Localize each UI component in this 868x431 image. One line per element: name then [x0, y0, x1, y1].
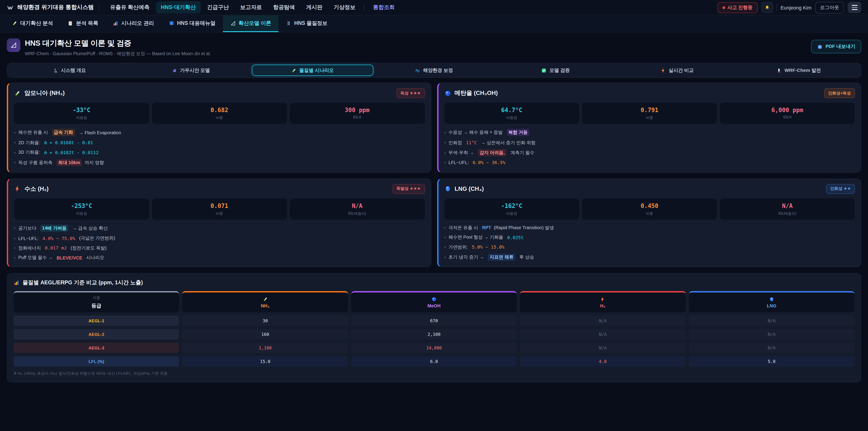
bullet-text: 11°C — [466, 140, 477, 145]
section-tab-6[interactable]: 실시간 비교 — [616, 65, 738, 76]
section-tab-label: 실시간 비교 — [669, 67, 694, 73]
material-card-header: 수소 (H₂)폭발성 ★★★ — [14, 184, 425, 194]
table-header-row: 기준등급NH₃MeOHH₂LNG — [13, 291, 855, 312]
sub-tab-5[interactable]: 확산모델 이론 — [223, 16, 278, 32]
bullet-text: (Rapid Phase Transition) 발생 — [494, 224, 554, 231]
pdf-export-label: PDF 내보내기 — [826, 43, 855, 50]
test-tube-icon — [12, 20, 18, 26]
bullet-text: 2D 기화율: — [18, 140, 41, 146]
stat-box: -253°C비등점 — [14, 198, 149, 219]
aegl-table-card: 물질별 AEGL/ERPG 기준 비교 (ppm, 1시간 노출) 기준등급NH… — [7, 273, 861, 382]
stat-box: N/AIDLH(질식) — [720, 198, 855, 219]
bullet-text: 수용성 → 해수 용해 + 증발 — [448, 129, 504, 135]
stat-value: N/A — [721, 202, 853, 209]
table-cell: 14,000 — [351, 343, 517, 353]
table-cell: 6.0 — [351, 356, 517, 367]
section-tab-7[interactable]: WRF-Chem 발전 — [738, 65, 860, 76]
sub-tab-3[interactable]: 시나리오 관리 — [105, 16, 161, 32]
table-cell: N/A — [520, 329, 686, 339]
stat-value: 0.682 — [154, 107, 285, 114]
sub-tab-1[interactable]: 대기확산 분석 — [4, 16, 60, 32]
main-nav-item-7[interactable]: 기상정보 — [329, 1, 360, 13]
bullet-text: 해수면 유출 시 — [18, 129, 49, 135]
table-title-row: 물질별 AEGL/ERPG 기준 비교 (ppm, 1시간 노출) — [13, 279, 855, 286]
bullet-text: RPT — [482, 225, 491, 230]
notifications-button[interactable] — [761, 2, 773, 13]
logout-button[interactable]: 로그아웃 — [815, 2, 844, 13]
table-row-3: AEGL-31,10014,000N/AN/A — [13, 343, 855, 353]
main-nav-item-4[interactable]: 보고자료 — [235, 1, 267, 13]
main-nav-item-3[interactable]: 긴급구난 — [202, 1, 234, 13]
bullet-item: •초기 냉각 증기 → 지표면 체류 후 상승 — [444, 254, 855, 261]
bullet-text: 극저온 유출 시 — [448, 224, 479, 231]
section-tab-3[interactable]: 물질별 시나리오 — [252, 65, 373, 76]
brand: 해양환경 위기대응 통합시스템 — [7, 4, 94, 11]
stat-value: 0.071 — [154, 202, 285, 209]
section-tab-5[interactable]: 모델 검증 — [495, 65, 616, 76]
menu-button[interactable] — [848, 2, 861, 13]
stat-label: 비등점 — [16, 115, 147, 120]
material-title: LNG (CH₄) — [455, 185, 484, 192]
main-nav-item-8[interactable]: 통합조회 — [368, 1, 400, 13]
bullet-list: •극저온 유출 시 RPT(Rapid Phase Transition) 발생… — [444, 224, 855, 261]
table-header-sub: 기준 — [92, 296, 100, 301]
bullet-list: •수용성 → 해수 용해 + 증발 복합 거동•인화점 11°C → 상온에서 … — [444, 129, 855, 165]
bar-chart-icon — [113, 20, 119, 26]
bullet-text: 6.0% ~ 36.5% — [473, 160, 505, 165]
table-row-label: AEGL-1 — [13, 315, 179, 326]
material-card-header: LNG (CH₄)인화성 ★★ — [444, 184, 855, 194]
bullet-text: 최대 10km — [57, 159, 82, 166]
lightning-bolt-icon — [14, 185, 21, 192]
main-nav-item-5[interactable]: 항공탐색 — [268, 1, 300, 13]
stat-label: IDLH — [721, 115, 853, 119]
open-book-icon — [168, 20, 174, 26]
table-body: AEGL-130670N/AN/AAEGL-21602,100N/AN/AAEG… — [13, 315, 855, 367]
material-column-label: LNG — [767, 303, 776, 308]
material-title: 암모니아 (NH₃) — [24, 89, 65, 97]
main-nav-item-2[interactable]: HNS·대기확산 — [156, 1, 201, 13]
page-icon-box — [7, 38, 20, 52]
bullet-item: •2D 기화율: ṁ = 0.0168t - 0.01 — [14, 140, 425, 146]
section-tab-4[interactable]: 해양환경 보정 — [373, 65, 495, 76]
section-tab-2[interactable]: 가우시안 모델 — [130, 65, 252, 76]
bullet-item: •점화에너지 0.017 mJ (정전기로도 폭발) — [14, 245, 425, 251]
sub-tab-2[interactable]: 분석 목록 — [60, 16, 105, 32]
bullet-dot-icon: • — [14, 130, 16, 135]
nav-separator — [364, 4, 364, 11]
pdf-export-button[interactable]: PDF 내보내기 — [811, 40, 861, 53]
bullet-dot-icon: • — [14, 255, 16, 260]
bullet-text: 독성 구름 풍하측 — [18, 159, 54, 166]
main-nav-item-6[interactable]: 게시판 — [301, 1, 327, 13]
bullet-dot-icon: • — [444, 255, 446, 260]
material-column-label: H₂ — [600, 303, 605, 308]
brand-title: 해양환경 위기대응 통합시스템 — [17, 4, 94, 11]
table-cell: 15.0 — [182, 356, 348, 367]
blue-droplet-icon — [769, 297, 774, 302]
bullet-text: 초기 냉각 증기 → — [448, 254, 485, 260]
main-nav: 유출유 확산예측HNS·대기확산긴급구난보고자료항공탐색게시판기상정보통합조회 — [105, 1, 712, 13]
blue-orb-icon — [444, 90, 451, 96]
rocket-icon — [776, 68, 782, 73]
sub-tab-6[interactable]: HNS 물질정보 — [278, 16, 335, 32]
table-col-header-3: MeOH — [351, 291, 517, 312]
sub-tab-4[interactable]: HNS 대응매뉴얼 — [161, 16, 223, 32]
triangle-ruler-icon — [10, 41, 17, 49]
stat-label: 비중 — [584, 211, 715, 216]
test-tube-icon — [14, 90, 21, 96]
sub-tab-label: 분석 목록 — [76, 20, 98, 27]
stat-value: 300 ppm — [291, 107, 423, 114]
sub-tab-label: HNS 대응매뉴얼 — [177, 20, 215, 27]
section-tab-label: 가우시안 모델 — [180, 67, 210, 73]
main-nav-item-1[interactable]: 유출유 확산예측 — [105, 1, 155, 13]
section-tab-1[interactable]: 시스템 개요 — [8, 65, 130, 76]
bullet-dot-icon: • — [444, 150, 446, 155]
bullet-text: 4.0% ~ 75.0% — [42, 236, 75, 241]
hazard-badge: 인화성 ★★ — [826, 184, 855, 194]
stat-box: -162°C비등점 — [444, 198, 579, 219]
stat-value: 6,000 ppm — [721, 107, 853, 114]
bullet-list: •공기보다 14배 가벼움 → 급속 상승 확산•LFL~UFL: 4.0% ~… — [14, 224, 425, 261]
bullet-item: •3D 기화율: ṁ = 0.0182t - 0.0112 — [14, 149, 425, 155]
bullet-dot-icon: • — [14, 225, 16, 230]
hazard-badge: 독성 ★★★ — [397, 88, 425, 98]
table-col-header-4: H₂ — [520, 291, 686, 312]
